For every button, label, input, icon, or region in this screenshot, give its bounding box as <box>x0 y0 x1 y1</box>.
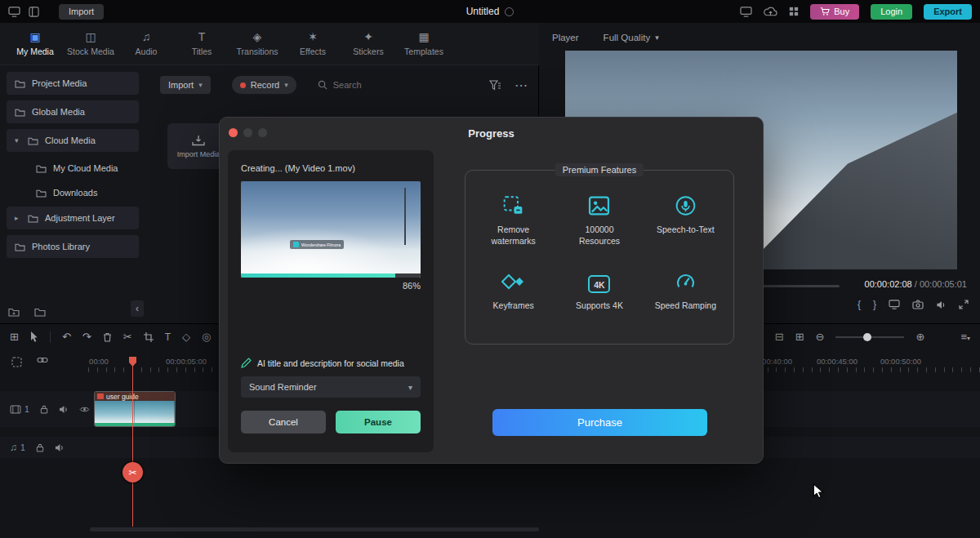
login-button[interactable]: Login <box>871 4 912 20</box>
crop-icon[interactable] <box>144 332 154 342</box>
keyframe-icon[interactable]: ◇ <box>182 331 190 343</box>
sound-reminder-select[interactable]: Sound Reminder ▾ <box>241 376 421 398</box>
mark-in-icon[interactable]: { <box>858 299 861 310</box>
zoom-out-icon[interactable]: ⊖ <box>816 331 825 343</box>
keyframes-icon <box>501 267 526 296</box>
mute-icon[interactable] <box>59 405 69 414</box>
import-button[interactable]: Import <box>59 4 104 20</box>
track-manage-icon[interactable]: ≡▾ <box>960 331 970 343</box>
lock-icon[interactable] <box>36 443 44 452</box>
clip-label: user guide <box>106 393 139 401</box>
stock-media-icon: ◫ <box>85 31 96 43</box>
search-input[interactable] <box>333 80 423 90</box>
titles-icon: T <box>198 31 206 43</box>
my-media-icon: ▣ <box>29 31 40 43</box>
split-icon[interactable]: ✂ <box>123 331 132 343</box>
cart-icon <box>820 7 830 16</box>
mark-out-icon[interactable]: } <box>873 299 876 310</box>
link-icon[interactable] <box>37 357 48 367</box>
tab-transitions[interactable]: ◈Transitions <box>232 31 283 56</box>
timecode: 00:00:02:08 / 00:00:05:01 <box>865 279 967 289</box>
select-tool-icon[interactable] <box>30 331 38 342</box>
delete-folder-icon[interactable] <box>34 307 46 317</box>
folder-icon <box>28 214 38 223</box>
tab-effects[interactable]: ✶Effects <box>287 31 338 56</box>
playhead-line[interactable] <box>132 357 133 527</box>
tab-stickers[interactable]: ✦Stickers <box>343 31 394 56</box>
zoom-knob[interactable] <box>863 333 871 341</box>
timeline-clip[interactable]: user guide <box>94 391 176 427</box>
delete-icon[interactable] <box>103 332 112 342</box>
volume-icon[interactable] <box>936 300 947 309</box>
sidebar-item-cloud-media[interactable]: ▾ Cloud Media <box>7 129 139 152</box>
clip-thumbnails <box>95 401 175 423</box>
monitor-icon[interactable] <box>889 300 900 309</box>
zoom-slider[interactable] <box>835 336 904 338</box>
app-window: Import Untitled Buy Login <box>0 0 980 538</box>
search-field[interactable] <box>318 80 423 90</box>
dual-screen-icon[interactable] <box>740 7 752 17</box>
quality-dropdown[interactable]: Full Quality ▾ <box>604 33 659 42</box>
project-title: Untitled <box>466 6 500 17</box>
media-import-dropdown[interactable]: Import▾ <box>160 76 211 94</box>
snap-icon[interactable]: ⊟ <box>775 331 784 343</box>
cloud-upload-icon[interactable] <box>764 7 777 17</box>
folder-icon <box>36 164 47 173</box>
render-progress-bar <box>241 273 421 278</box>
new-folder-icon[interactable] <box>8 307 20 317</box>
resources-icon <box>588 191 610 220</box>
sidebar-item-adjustment-layer[interactable]: ▸ Adjustment Layer <box>7 207 139 229</box>
box-select-icon[interactable] <box>11 357 22 367</box>
speech-to-text-icon <box>675 191 697 220</box>
folder-icon <box>15 108 25 117</box>
ruler-label: 00:00:45:00 <box>817 357 858 366</box>
collapse-sidebar-button[interactable]: ‹ <box>131 300 144 317</box>
chevron-down-icon: ▾ <box>408 383 412 392</box>
ai-pen-icon <box>241 358 252 368</box>
panel-toggle-icon[interactable] <box>29 7 39 17</box>
redo-icon[interactable]: ↷ <box>82 331 91 343</box>
divider <box>50 331 51 343</box>
zoom-in-icon[interactable]: ⊕ <box>915 331 924 343</box>
export-button[interactable]: Export <box>924 4 972 20</box>
eye-icon[interactable] <box>79 406 90 413</box>
layout-view-icon[interactable]: ⊞ <box>10 331 19 343</box>
cancel-button[interactable]: Cancel <box>241 411 326 434</box>
pause-button[interactable]: Pause <box>336 411 421 434</box>
display-icon[interactable] <box>8 7 20 17</box>
sidebar-item-my-cloud-media[interactable]: My Cloud Media <box>28 158 139 179</box>
tab-stock-media[interactable]: ◫Stock Media <box>65 31 116 56</box>
purchase-button[interactable]: Purchase <box>492 409 707 436</box>
fullscreen-icon[interactable] <box>959 300 969 309</box>
lock-icon[interactable] <box>40 405 48 414</box>
preview-clouds <box>241 229 404 278</box>
ai-note-row: AI title and description for social medi… <box>241 358 421 368</box>
timeline-scrollbar[interactable] <box>90 527 539 531</box>
tab-templates[interactable]: ▦Templates <box>399 31 449 56</box>
sidebar-item-photos-library[interactable]: Photos Library <box>7 235 139 258</box>
tab-audio[interactable]: ♫Audio <box>121 31 172 56</box>
buy-button[interactable]: Buy <box>810 4 859 20</box>
render-preview: Wondershare Filmora <box>241 181 421 278</box>
sidebar-item-project-media[interactable]: Project Media <box>7 72 139 95</box>
transitions-icon: ◈ <box>253 31 262 43</box>
filter-icon[interactable] <box>489 80 501 91</box>
apps-grid-icon[interactable] <box>789 7 799 16</box>
save-status-icon <box>505 7 514 16</box>
add-marker-icon[interactable]: ⊞ <box>795 331 804 343</box>
feature-speech-to-text: Speech-to-Text <box>643 187 728 247</box>
sidebar-item-global-media[interactable]: Global Media <box>7 100 139 123</box>
more-options-icon[interactable]: ⋯ <box>514 78 528 93</box>
snapshot-icon[interactable] <box>912 300 924 309</box>
undo-icon[interactable]: ↶ <box>62 331 71 343</box>
sidebar-item-downloads[interactable]: Downloads <box>28 182 139 203</box>
cut-clip-button[interactable]: ✂ <box>122 462 143 482</box>
ruler-label: 00:00 <box>89 357 109 366</box>
record-dropdown[interactable]: Record▾ <box>232 76 296 94</box>
tab-titles[interactable]: TTitles <box>176 31 227 56</box>
text-tool-icon[interactable]: T <box>165 331 171 343</box>
mute-icon[interactable] <box>55 443 65 452</box>
marker-tool-icon[interactable]: ◎ <box>202 331 211 343</box>
tab-my-media[interactable]: ▣My Media <box>10 31 60 56</box>
import-media-icon <box>192 135 205 146</box>
